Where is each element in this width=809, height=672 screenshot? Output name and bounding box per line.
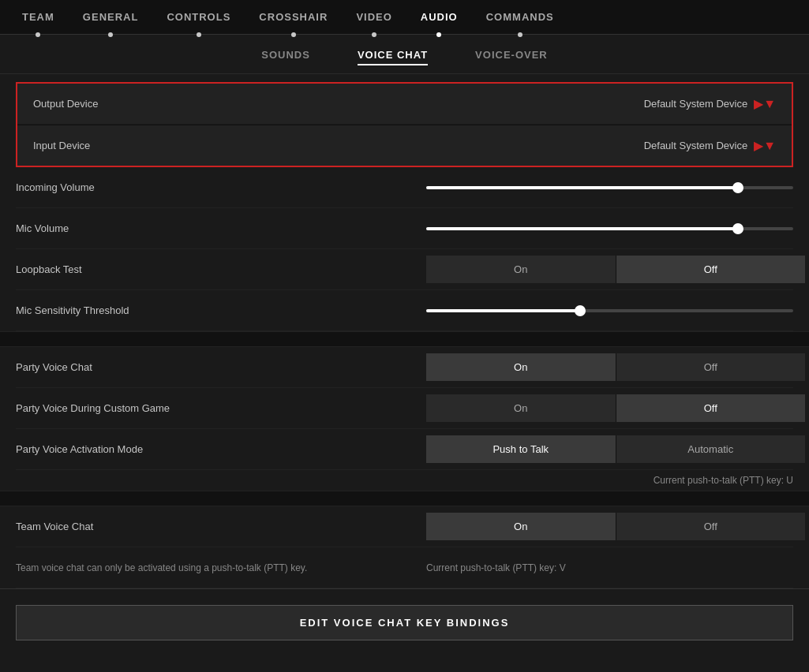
- team-voice-note-row: Team voice chat can only be activated us…: [16, 547, 793, 588]
- incoming-volume-row: Incoming Volume: [16, 167, 793, 208]
- incoming-volume-control[interactable]: [426, 186, 793, 189]
- input-device-value[interactable]: Default System Device ▶▼: [428, 138, 776, 153]
- party-ptt-hint-text: Current push-to-talk (PTT) key: U: [654, 475, 793, 486]
- party-voice-custom-control: On Off: [426, 394, 805, 422]
- party-voice-chat-off-btn[interactable]: Off: [616, 353, 806, 381]
- mic-volume-label: Mic Volume: [16, 222, 426, 234]
- party-voice-activation-label: Party Voice Activation Mode: [16, 443, 426, 455]
- party-auto-btn[interactable]: Automatic: [616, 435, 806, 463]
- loopback-toggle-group: On Off: [426, 256, 805, 283]
- mic-volume-fill: [426, 227, 738, 230]
- mic-sensitivity-label: Mic Sensitivity Threshold: [16, 304, 426, 316]
- loopback-off-btn[interactable]: Off: [616, 256, 806, 283]
- team-voice-chat-row: Team Voice Chat On Off: [16, 506, 793, 547]
- mic-volume-track[interactable]: [426, 227, 793, 230]
- mic-sensitivity-thumb[interactable]: [575, 305, 586, 316]
- party-ptt-btn[interactable]: Push to Talk: [426, 435, 616, 463]
- party-voice-custom-off-btn[interactable]: Off: [616, 394, 806, 422]
- input-device-row: Input Device Default System Device ▶▼: [17, 125, 792, 166]
- team-ptt-hint-text: Current push-to-talk (PTT) key: V: [426, 562, 566, 573]
- edit-button-row: EDIT VOICE CHAT KEY BINDINGS: [0, 588, 809, 656]
- nav-commands[interactable]: COMMANDS: [472, 0, 568, 34]
- team-voice-chat-control: On Off: [426, 513, 805, 540]
- team-ptt-hint: Current push-to-talk (PTT) key: V: [426, 562, 793, 573]
- output-device-value[interactable]: Default System Device ▶▼: [428, 96, 776, 111]
- section-divider-2: [0, 491, 809, 506]
- nav-audio[interactable]: AUDIO: [406, 0, 472, 34]
- party-voice-custom-row: Party Voice During Custom Game On Off: [16, 388, 793, 429]
- team-voice-on-btn[interactable]: On: [426, 513, 616, 540]
- nav-crosshair[interactable]: CROSSHAIR: [245, 0, 342, 34]
- team-voice-chat-toggle: On Off: [426, 513, 805, 540]
- mic-sensitivity-row: Mic Sensitivity Threshold: [16, 290, 793, 331]
- team-voice-off-btn[interactable]: Off: [616, 513, 806, 540]
- device-group: Output Device Default System Device ▶▼ I…: [16, 82, 793, 167]
- party-voice-custom-label: Party Voice During Custom Game: [16, 402, 426, 414]
- party-voice-chat-on-btn[interactable]: On: [426, 353, 616, 381]
- incoming-volume-label: Incoming Volume: [16, 181, 426, 193]
- incoming-volume-fill: [426, 186, 738, 189]
- output-device-text: Default System Device: [644, 98, 748, 110]
- mic-volume-row: Mic Volume: [16, 208, 793, 249]
- mic-sensitivity-fill: [426, 309, 580, 312]
- mic-volume-control[interactable]: [426, 227, 793, 230]
- output-device-arrow-icon[interactable]: ▶▼: [754, 96, 776, 111]
- edit-voice-chat-btn[interactable]: EDIT VOICE CHAT KEY BINDINGS: [16, 605, 793, 640]
- party-voice-chat-control: On Off: [426, 353, 805, 381]
- party-voice-custom-toggle: On Off: [426, 394, 805, 422]
- party-voice-activation-row: Party Voice Activation Mode Push to Talk…: [16, 429, 793, 470]
- nav-controls[interactable]: CONTROLS: [152, 0, 245, 34]
- team-voice-chat-label: Team Voice Chat: [16, 521, 426, 532]
- incoming-volume-thumb[interactable]: [732, 182, 743, 193]
- party-voice-chat-toggle: On Off: [426, 353, 805, 381]
- party-voice-chat-row: Party Voice Chat On Off: [16, 347, 793, 388]
- mic-sensitivity-control[interactable]: [426, 309, 793, 312]
- nav-team[interactable]: TEAM: [8, 0, 69, 34]
- output-device-row: Output Device Default System Device ▶▼: [17, 84, 792, 125]
- loopback-test-row: Loopback Test On Off: [16, 249, 793, 290]
- party-voice-chat-label: Party Voice Chat: [16, 361, 426, 373]
- team-voice-note-text: Team voice chat can only be activated us…: [16, 562, 426, 573]
- output-device-label: Output Device: [33, 98, 428, 110]
- input-device-label: Input Device: [33, 140, 428, 151]
- subnav-sounds[interactable]: SOUNDS: [261, 49, 310, 65]
- loopback-test-control: On Off: [426, 256, 805, 283]
- party-voice-activation-control: Push to Talk Automatic: [426, 435, 805, 463]
- settings-panel: Output Device Default System Device ▶▼ I…: [0, 82, 809, 656]
- loopback-test-label: Loopback Test: [16, 263, 426, 275]
- input-device-text: Default System Device: [644, 140, 748, 151]
- input-device-arrow-icon[interactable]: ▶▼: [754, 138, 776, 153]
- subnav-voice-chat[interactable]: VOICE CHAT: [358, 49, 428, 65]
- top-navigation: TEAM GENERAL CONTROLS CROSSHAIR VIDEO AU…: [0, 0, 809, 35]
- sub-navigation: SOUNDS VOICE CHAT VOICE-OVER: [0, 35, 809, 74]
- nav-general[interactable]: GENERAL: [69, 0, 153, 34]
- party-ptt-hint: Current push-to-talk (PTT) key: U: [16, 470, 793, 491]
- nav-video[interactable]: VIDEO: [342, 0, 406, 34]
- mic-volume-thumb[interactable]: [732, 223, 743, 234]
- subnav-voice-over[interactable]: VOICE-OVER: [475, 49, 548, 65]
- section-divider-1: [0, 331, 809, 347]
- party-voice-activation-toggle: Push to Talk Automatic: [426, 435, 805, 463]
- mic-sensitivity-track[interactable]: [426, 309, 793, 312]
- party-voice-custom-on-btn[interactable]: On: [426, 394, 616, 422]
- loopback-on-btn[interactable]: On: [426, 256, 616, 283]
- incoming-volume-track[interactable]: [426, 186, 793, 189]
